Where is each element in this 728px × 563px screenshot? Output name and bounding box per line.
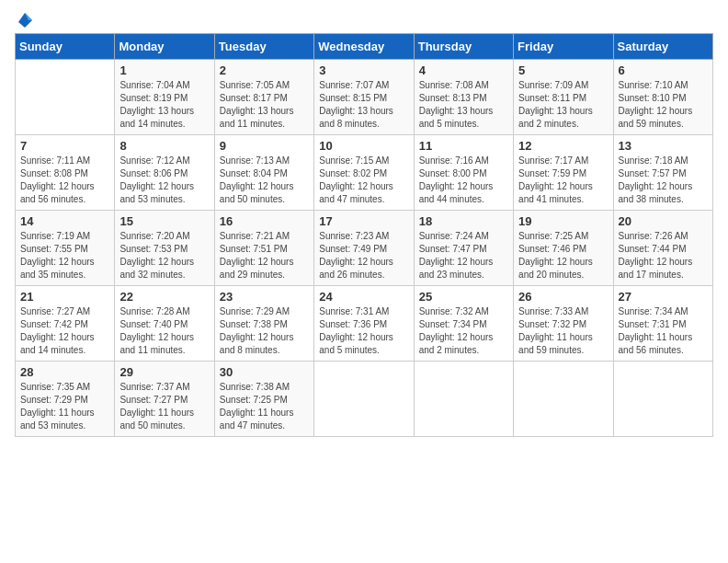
calendar-week-row: 28Sunrise: 7:35 AM Sunset: 7:29 PM Dayli… — [16, 362, 713, 437]
day-number: 29 — [119, 365, 209, 379]
day-number: 6 — [619, 63, 708, 77]
day-number: 1 — [119, 63, 209, 77]
page-header — [15, 15, 713, 24]
day-number: 16 — [220, 214, 309, 228]
calendar-cell: 23Sunrise: 7:29 AM Sunset: 7:38 PM Dayli… — [214, 286, 313, 362]
day-number: 12 — [518, 139, 608, 153]
calendar-cell: 30Sunrise: 7:38 AM Sunset: 7:25 PM Dayli… — [214, 362, 313, 437]
day-number: 26 — [518, 290, 608, 304]
calendar-cell: 19Sunrise: 7:25 AM Sunset: 7:46 PM Dayli… — [514, 211, 613, 286]
calendar-cell: 7Sunrise: 7:11 AM Sunset: 8:08 PM Daylig… — [16, 135, 115, 211]
day-info: Sunrise: 7:32 AM Sunset: 7:34 PM Dayligh… — [419, 305, 508, 357]
calendar-cell: 20Sunrise: 7:26 AM Sunset: 7:44 PM Dayli… — [613, 211, 712, 286]
calendar-week-row: 14Sunrise: 7:19 AM Sunset: 7:55 PM Dayli… — [16, 211, 713, 286]
day-number: 22 — [119, 290, 209, 304]
day-info: Sunrise: 7:13 AM Sunset: 8:04 PM Dayligh… — [220, 155, 309, 206]
calendar-cell: 18Sunrise: 7:24 AM Sunset: 7:47 PM Dayli… — [414, 211, 513, 286]
calendar-cell: 12Sunrise: 7:17 AM Sunset: 7:59 PM Dayli… — [514, 135, 613, 211]
day-number: 3 — [319, 63, 408, 77]
day-number: 25 — [419, 290, 508, 304]
day-number: 15 — [119, 214, 209, 228]
day-info: Sunrise: 7:35 AM Sunset: 7:29 PM Dayligh… — [20, 381, 109, 432]
calendar-cell — [414, 362, 513, 437]
day-number: 7 — [20, 139, 109, 153]
calendar-cell: 21Sunrise: 7:27 AM Sunset: 7:42 PM Dayli… — [16, 286, 115, 362]
day-info: Sunrise: 7:38 AM Sunset: 7:25 PM Dayligh… — [220, 381, 309, 432]
calendar-day-header: Wednesday — [314, 34, 414, 60]
day-info: Sunrise: 7:15 AM Sunset: 8:02 PM Dayligh… — [319, 155, 408, 206]
day-number: 19 — [518, 214, 608, 228]
calendar-cell: 27Sunrise: 7:34 AM Sunset: 7:31 PM Dayli… — [613, 286, 712, 362]
day-number: 30 — [220, 365, 309, 379]
day-info: Sunrise: 7:10 AM Sunset: 8:10 PM Dayligh… — [619, 79, 708, 131]
day-info: Sunrise: 7:04 AM Sunset: 8:19 PM Dayligh… — [119, 79, 209, 131]
calendar-cell: 22Sunrise: 7:28 AM Sunset: 7:40 PM Dayli… — [115, 286, 214, 362]
calendar-header-row: SundayMondayTuesdayWednesdayThursdayFrid… — [16, 34, 713, 60]
day-info: Sunrise: 7:09 AM Sunset: 8:11 PM Dayligh… — [518, 79, 608, 131]
day-info: Sunrise: 7:19 AM Sunset: 7:55 PM Dayligh… — [20, 230, 109, 282]
calendar-week-row: 21Sunrise: 7:27 AM Sunset: 7:42 PM Dayli… — [16, 286, 713, 362]
calendar-day-header: Sunday — [16, 34, 115, 60]
day-number: 23 — [220, 290, 309, 304]
calendar-cell: 17Sunrise: 7:23 AM Sunset: 7:49 PM Dayli… — [314, 211, 414, 286]
calendar-cell: 25Sunrise: 7:32 AM Sunset: 7:34 PM Dayli… — [414, 286, 513, 362]
calendar-cell: 28Sunrise: 7:35 AM Sunset: 7:29 PM Dayli… — [16, 362, 115, 437]
day-info: Sunrise: 7:24 AM Sunset: 7:47 PM Dayligh… — [419, 230, 508, 282]
calendar-cell: 5Sunrise: 7:09 AM Sunset: 8:11 PM Daylig… — [514, 60, 613, 135]
day-info: Sunrise: 7:11 AM Sunset: 8:08 PM Dayligh… — [20, 155, 109, 206]
calendar-cell: 15Sunrise: 7:20 AM Sunset: 7:53 PM Dayli… — [115, 211, 214, 286]
day-number: 4 — [419, 63, 508, 77]
calendar-cell: 2Sunrise: 7:05 AM Sunset: 8:17 PM Daylig… — [214, 60, 313, 135]
day-info: Sunrise: 7:12 AM Sunset: 8:06 PM Dayligh… — [119, 155, 209, 206]
calendar-cell — [613, 362, 712, 437]
day-number: 18 — [419, 214, 508, 228]
calendar-cell: 8Sunrise: 7:12 AM Sunset: 8:06 PM Daylig… — [115, 135, 214, 211]
calendar-cell: 10Sunrise: 7:15 AM Sunset: 8:02 PM Dayli… — [314, 135, 414, 211]
calendar-cell: 14Sunrise: 7:19 AM Sunset: 7:55 PM Dayli… — [16, 211, 115, 286]
day-info: Sunrise: 7:17 AM Sunset: 7:59 PM Dayligh… — [518, 155, 608, 206]
calendar-cell: 4Sunrise: 7:08 AM Sunset: 8:13 PM Daylig… — [414, 60, 513, 135]
day-info: Sunrise: 7:29 AM Sunset: 7:38 PM Dayligh… — [220, 305, 309, 357]
day-number: 17 — [319, 214, 408, 228]
day-info: Sunrise: 7:21 AM Sunset: 7:51 PM Dayligh… — [220, 230, 309, 282]
calendar-cell — [514, 362, 613, 437]
day-number: 27 — [619, 290, 708, 304]
day-info: Sunrise: 7:37 AM Sunset: 7:27 PM Dayligh… — [119, 381, 209, 432]
calendar-cell — [16, 60, 115, 135]
day-info: Sunrise: 7:25 AM Sunset: 7:46 PM Dayligh… — [518, 230, 608, 282]
day-number: 13 — [619, 139, 708, 153]
day-info: Sunrise: 7:16 AM Sunset: 8:00 PM Dayligh… — [419, 155, 508, 206]
calendar-cell: 16Sunrise: 7:21 AM Sunset: 7:51 PM Dayli… — [214, 211, 313, 286]
day-number: 11 — [419, 139, 508, 153]
logo — [15, 15, 33, 24]
calendar-cell: 9Sunrise: 7:13 AM Sunset: 8:04 PM Daylig… — [214, 135, 313, 211]
day-number: 9 — [220, 139, 309, 153]
day-info: Sunrise: 7:33 AM Sunset: 7:32 PM Dayligh… — [518, 305, 608, 357]
calendar-cell: 24Sunrise: 7:31 AM Sunset: 7:36 PM Dayli… — [314, 286, 414, 362]
day-info: Sunrise: 7:23 AM Sunset: 7:49 PM Dayligh… — [319, 230, 408, 282]
day-info: Sunrise: 7:05 AM Sunset: 8:17 PM Dayligh… — [220, 79, 309, 131]
calendar-cell: 26Sunrise: 7:33 AM Sunset: 7:32 PM Dayli… — [514, 286, 613, 362]
calendar-day-header: Thursday — [414, 34, 513, 60]
calendar-week-row: 7Sunrise: 7:11 AM Sunset: 8:08 PM Daylig… — [16, 135, 713, 211]
day-number: 8 — [119, 139, 209, 153]
day-info: Sunrise: 7:28 AM Sunset: 7:40 PM Dayligh… — [119, 305, 209, 357]
day-info: Sunrise: 7:31 AM Sunset: 7:36 PM Dayligh… — [319, 305, 408, 357]
calendar-week-row: 1Sunrise: 7:04 AM Sunset: 8:19 PM Daylig… — [16, 60, 713, 135]
day-number: 14 — [20, 214, 109, 228]
calendar-cell: 3Sunrise: 7:07 AM Sunset: 8:15 PM Daylig… — [314, 60, 414, 135]
calendar-cell: 29Sunrise: 7:37 AM Sunset: 7:27 PM Dayli… — [115, 362, 214, 437]
day-number: 2 — [220, 63, 309, 77]
day-number: 21 — [20, 290, 109, 304]
calendar-cell: 1Sunrise: 7:04 AM Sunset: 8:19 PM Daylig… — [115, 60, 214, 135]
calendar-cell: 11Sunrise: 7:16 AM Sunset: 8:00 PM Dayli… — [414, 135, 513, 211]
day-number: 20 — [619, 214, 708, 228]
day-number: 28 — [20, 365, 109, 379]
calendar-cell — [314, 362, 414, 437]
day-info: Sunrise: 7:18 AM Sunset: 7:57 PM Dayligh… — [619, 155, 708, 206]
day-info: Sunrise: 7:20 AM Sunset: 7:53 PM Dayligh… — [119, 230, 209, 282]
day-info: Sunrise: 7:08 AM Sunset: 8:13 PM Dayligh… — [419, 79, 508, 131]
calendar-table: SundayMondayTuesdayWednesdayThursdayFrid… — [15, 33, 713, 437]
day-number: 5 — [518, 63, 608, 77]
day-number: 10 — [319, 139, 408, 153]
